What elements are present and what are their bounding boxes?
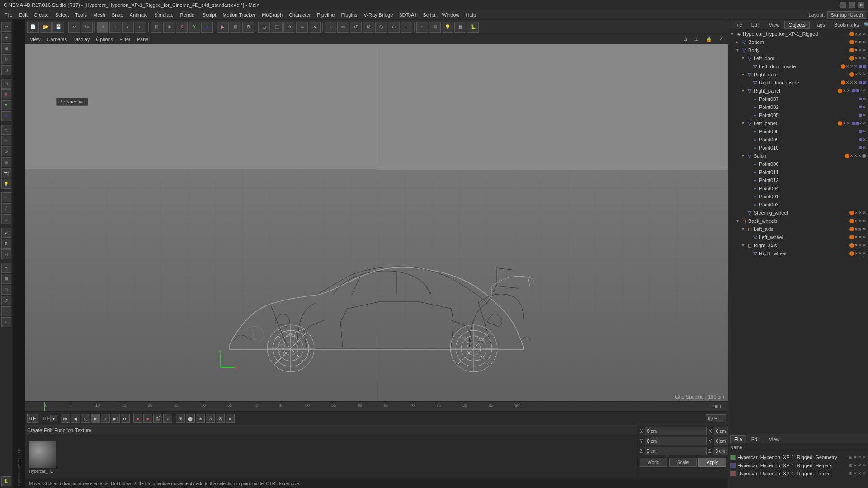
mat-texture-btn[interactable]: Texture bbox=[75, 427, 91, 433]
menu-help[interactable]: Help bbox=[463, 11, 479, 19]
tree-point004[interactable]: ● Point004 bbox=[728, 184, 868, 192]
timeline-btn5[interactable]: ⊠ bbox=[216, 414, 225, 423]
z-pos-input[interactable] bbox=[645, 447, 707, 455]
points-mode-btn[interactable]: · bbox=[109, 22, 121, 33]
tree-right-door[interactable]: ▼ ▽ Right_door ✕ ✕ ✕ bbox=[728, 70, 868, 79]
mat-create-btn[interactable]: Create bbox=[27, 427, 42, 433]
timeline-btn1[interactable]: ⊞ bbox=[176, 414, 185, 423]
open-btn[interactable]: 📂 bbox=[40, 22, 52, 33]
prev-key-btn[interactable]: ◁ bbox=[81, 414, 90, 423]
tree-right-door-inside[interactable]: ▽ Right_door_inside ✕ ✕ ✕ ▦▦ bbox=[728, 79, 868, 87]
extrude-tool-btn[interactable]: ⊠ bbox=[363, 22, 374, 33]
x-axis-icon[interactable]: X bbox=[1, 89, 11, 99]
y-pos-input[interactable] bbox=[645, 437, 707, 445]
tree-left-door-toggle[interactable]: ▼ bbox=[741, 56, 746, 61]
bevel-tool-btn[interactable]: ⬡ bbox=[375, 22, 387, 33]
menu-simulate[interactable]: Simulate bbox=[151, 11, 176, 19]
render-view-btn[interactable]: ⊞ bbox=[230, 22, 241, 33]
mat-function-btn[interactable]: Function bbox=[54, 427, 73, 433]
light-icon[interactable]: 💡 bbox=[1, 179, 11, 189]
tree-bottom[interactable]: ▶ ▽ Bottom ✕ ✕ ✕ bbox=[728, 38, 868, 46]
python-btn[interactable]: 🐍 bbox=[467, 22, 479, 33]
tree-bottom-toggle[interactable]: ▶ bbox=[736, 40, 741, 44]
lasso-select-btn[interactable]: ⊘ bbox=[283, 22, 295, 33]
menu-3dtoall[interactable]: 3DToAll bbox=[396, 11, 419, 19]
frame-input-btn[interactable]: ▾ bbox=[50, 415, 57, 422]
menu-plugins[interactable]: Plugins bbox=[338, 11, 360, 19]
texture-btn[interactable]: ▦ bbox=[454, 22, 466, 33]
tree-right-panel[interactable]: ▼ ▽ Right_panel ✕ ✕ ▦▦ ✓ ✓ bbox=[728, 87, 868, 95]
tree-point007[interactable]: ● Point007 ▦ ✕ bbox=[728, 95, 868, 103]
live-select-btn[interactable]: ⊛ bbox=[296, 22, 308, 33]
vp-menu-cameras[interactable]: Cameras bbox=[44, 36, 70, 43]
tree-left-panel-toggle[interactable]: ▼ bbox=[741, 121, 746, 126]
object-mode-btn[interactable]: ○ bbox=[97, 22, 108, 33]
tree-point006[interactable]: ● Point006 bbox=[728, 160, 868, 168]
tab-bookmarks[interactable]: Bookmarks bbox=[830, 21, 863, 29]
record-btn[interactable]: ● bbox=[133, 414, 142, 423]
scale-icon[interactable]: ⊞ bbox=[1, 43, 11, 53]
play-btn[interactable]: ▶ bbox=[91, 414, 100, 423]
polygon-icon[interactable]: △ bbox=[1, 125, 11, 135]
edges-mode-btn[interactable]: / bbox=[122, 22, 134, 33]
vp-menu-view[interactable]: View bbox=[27, 36, 43, 43]
bridge-icon[interactable]: ⋯ bbox=[1, 306, 11, 316]
tree-left-axis-toggle[interactable]: ▼ bbox=[741, 227, 746, 231]
vp-menu-options[interactable]: Options bbox=[93, 36, 116, 43]
new-scene-btn[interactable]: 📄 bbox=[27, 22, 39, 33]
tree-salon[interactable]: ▼ ▽ Salon ✕ ✕ ✕ ⬤ bbox=[728, 152, 868, 160]
tree-point012[interactable]: ● Point012 bbox=[728, 176, 868, 184]
tree-point005[interactable]: ● Point005 ▦ ✕ bbox=[728, 111, 868, 119]
select-icon[interactable]: ◻ bbox=[1, 79, 11, 89]
menu-sculpt[interactable]: Sculpt bbox=[200, 11, 219, 19]
lr-item-freeze[interactable]: Hypercar_Hyperion_XP-1_Rigged_Freeze ⊞ ✕… bbox=[730, 469, 866, 478]
mat-edit-btn[interactable]: Edit bbox=[44, 427, 52, 433]
scale-button[interactable]: Scale bbox=[669, 458, 697, 467]
menu-character[interactable]: Character bbox=[286, 11, 313, 19]
knife-icon[interactable]: ✂ bbox=[1, 263, 11, 273]
align-btn[interactable]: ≡ bbox=[416, 22, 428, 33]
menu-mesh[interactable]: Mesh bbox=[90, 11, 108, 19]
close-button[interactable]: ✕ bbox=[858, 2, 864, 8]
menu-animate[interactable]: Animate bbox=[127, 11, 151, 19]
vp-icon-4[interactable]: ✕ bbox=[717, 35, 726, 43]
menu-create[interactable]: Create bbox=[31, 11, 52, 19]
maximize-button[interactable]: □ bbox=[849, 2, 855, 8]
tree-point008[interactable]: ● Point008 ▦ ✕ bbox=[728, 127, 868, 136]
rect-select-btn[interactable]: ⬚ bbox=[271, 22, 283, 33]
tree-left-wheel[interactable]: ▽ Left_wheel ✕ ✕ ✕ bbox=[728, 233, 868, 241]
tree-point002[interactable]: ● Point002 ▦ ✕ bbox=[728, 103, 868, 111]
tree-right-panel-toggle[interactable]: ▼ bbox=[741, 89, 746, 93]
menu-select[interactable]: Select bbox=[52, 11, 72, 19]
tree-right-axis[interactable]: ▼ ◻ Right_axis ✕ ✕ ✕ bbox=[728, 241, 868, 249]
vp-icon-3[interactable]: 🔒 bbox=[703, 35, 715, 43]
save-btn[interactable]: 💾 bbox=[52, 22, 64, 33]
timeline-ruler[interactable]: 0 5 10 15 20 25 30 35 40 45 50 55 60 65 … bbox=[25, 402, 728, 412]
object-tree[interactable]: ▼ ◈ Hypercar_Hyperion_XP-1_Rigged ✕ ✕ ✕ … bbox=[728, 30, 868, 434]
undo-icon[interactable]: ↩ bbox=[1, 22, 11, 32]
prev-frame-btn[interactable]: ◀ bbox=[71, 414, 80, 423]
go-end-btn[interactable]: ⏭ bbox=[121, 414, 130, 423]
lr-tab-edit[interactable]: Edit bbox=[747, 435, 764, 443]
tree-point010[interactable]: ● Point010 ▦ ✕ bbox=[728, 144, 868, 152]
timeline-btn2[interactable]: ⬤ bbox=[186, 414, 195, 423]
vp-menu-panel[interactable]: Panel bbox=[134, 36, 152, 43]
loop-icon[interactable]: ↺ bbox=[1, 296, 11, 305]
lights-btn[interactable]: 💡 bbox=[442, 22, 453, 33]
paint-icon[interactable]: 🖌 bbox=[1, 228, 11, 238]
timeline-btn4[interactable]: ⊙ bbox=[206, 414, 215, 423]
tree-root-toggle[interactable]: ▼ bbox=[730, 32, 736, 36]
end-frame-input[interactable] bbox=[706, 414, 726, 422]
poly-select-btn[interactable]: ⋄ bbox=[309, 22, 321, 33]
material-item-1[interactable]: Hypercar_Hyperion_XP-1 bbox=[29, 441, 56, 474]
undo-btn[interactable]: ↩ bbox=[68, 22, 80, 33]
transform-icon[interactable]: ⊡ bbox=[1, 65, 11, 75]
render-active-btn[interactable]: ▶ bbox=[217, 22, 229, 33]
tree-right-axis-toggle[interactable]: ▼ bbox=[741, 243, 746, 248]
knife-tool-btn[interactable]: ✂ bbox=[337, 22, 349, 33]
panel-search-icon[interactable]: 🔍 bbox=[864, 22, 868, 27]
sound-btn[interactable]: ♪ bbox=[163, 414, 172, 423]
lr-item-geometry[interactable]: Hypercar_Hyperion_XP-1_Rigged_Geometry ⊞… bbox=[730, 453, 866, 461]
lr-item-helpers[interactable]: Hypercar_Hyperion_XP-1_Rigged_Helpers ⊞ … bbox=[730, 461, 866, 469]
viewport[interactable]: Perspective bbox=[25, 44, 728, 401]
